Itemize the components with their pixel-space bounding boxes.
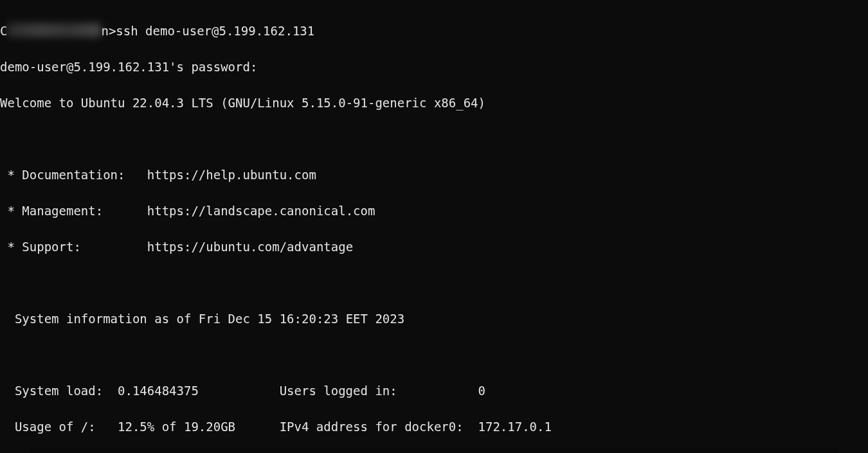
bottom-shadow xyxy=(29,448,839,453)
stat-right-value-1: 172.17.0.1 xyxy=(478,420,552,434)
stat-left-label-0: System load: xyxy=(0,382,118,400)
prompt-line: Cn>ssh demo-user@5.199.162.131 xyxy=(0,22,868,40)
doc-label: * Documentation: xyxy=(0,166,132,184)
stat-left-value-1: 12.5% of 19.20GB xyxy=(118,418,265,436)
stat-left-label-1: Usage of /: xyxy=(0,418,118,436)
mgmt-label: * Management: xyxy=(0,202,132,220)
prompt-prefix: C xyxy=(0,24,7,38)
sysinfo-heading: System information as of Fri Dec 15 16:2… xyxy=(0,310,868,328)
blank-line xyxy=(0,274,868,292)
mgmt-url: https://landscape.canonical.com xyxy=(147,204,375,218)
doc-link-line: * Documentation: https://help.ubuntu.com xyxy=(0,166,868,184)
blank-line xyxy=(0,346,868,364)
doc-url: https://help.ubuntu.com xyxy=(147,168,316,182)
stat-right-value-0: 0 xyxy=(478,384,485,398)
support-url: https://ubuntu.com/advantage xyxy=(147,240,353,254)
stat-left-value-0: 0.146484375 xyxy=(118,382,265,400)
support-link-line: * Support: https://ubuntu.com/advantage xyxy=(0,238,868,256)
stat-row-1: Usage of /:12.5% of 19.20GB IPv4 address… xyxy=(0,418,868,436)
support-label: * Support: xyxy=(0,238,132,256)
welcome-line: Welcome to Ubuntu 22.04.3 LTS (GNU/Linux… xyxy=(0,94,868,112)
mgmt-link-line: * Management: https://landscape.canonica… xyxy=(0,202,868,220)
prompt-glyph: n> xyxy=(101,24,116,38)
redacted-path xyxy=(7,23,101,37)
ssh-command: ssh demo-user@5.199.162.131 xyxy=(116,24,314,38)
terminal-output[interactable]: Cn>ssh demo-user@5.199.162.131 demo-user… xyxy=(0,0,868,453)
stat-right-label-1: IPv4 address for docker0: xyxy=(280,418,478,436)
blank-line xyxy=(0,130,868,148)
stat-right-label-0: Users logged in: xyxy=(280,382,478,400)
password-prompt: demo-user@5.199.162.131's password: xyxy=(0,58,868,76)
stat-row-0: System load:0.146484375 Users logged in:… xyxy=(0,382,868,400)
